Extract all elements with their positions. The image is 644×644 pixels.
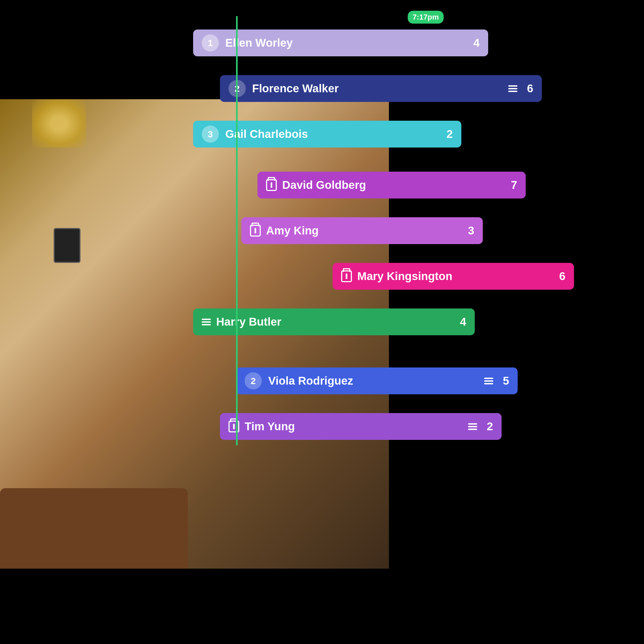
guest-count-7: 4 [460,315,466,328]
queue-item-3[interactable]: 3 Gail Charlebois 2 [193,121,461,148]
queue-item-4[interactable]: David Goldberg 7 [257,172,526,198]
queue-item-2[interactable]: 2 Florence Walker 6 [220,75,542,102]
guest-count-2: 6 [527,82,533,95]
guest-name-9: Tim Yung [245,420,468,433]
guest-name-7: Harry Butler [216,315,456,328]
list-icon-2 [508,85,517,92]
list-icon-8 [484,378,493,384]
position-badge-3: 3 [202,126,219,143]
list-icon-9 [468,423,477,430]
timeline-container: 7:17pm 1 Ellen Worley 4 2 Florence Walke… [193,11,628,30]
time-indicator: 7:17pm [408,11,444,24]
guest-count-8: 5 [503,374,509,387]
luggage-icon-9 [229,421,239,432]
guest-name-3: Gail Charlebois [225,128,442,141]
queue-item-7[interactable]: Harry Butler 4 [193,308,475,335]
guest-name-2: Florence Walker [252,82,508,95]
guest-name-6: Mary Kingsington [357,270,555,283]
guest-count-9: 2 [487,420,493,433]
guest-count-3: 2 [447,128,453,141]
guest-name-4: David Goldberg [282,179,507,192]
position-badge-1: 1 [202,34,219,51]
position-badge-8: 2 [245,372,262,389]
luggage-icon-6 [341,270,352,282]
guest-count-1: 4 [473,36,480,49]
guest-name-8: Viola Rodriguez [268,374,484,387]
queue-item-5[interactable]: Amy King 3 [241,217,483,244]
current-time-badge: 7:17pm [408,11,444,24]
queue-item-6[interactable]: Mary Kingsington 6 [333,263,574,290]
guest-name-1: Ellen Worley [225,36,469,49]
timeline-line [236,16,238,445]
queue-item-9[interactable]: Tim Yung 2 [220,413,502,440]
guest-count-5: 3 [468,224,474,237]
list-icon-7 [202,319,211,325]
guest-name-5: Amy King [266,224,464,237]
guest-count-4: 7 [511,179,517,192]
queue-item-8[interactable]: 2 Viola Rodriguez 5 [236,367,518,394]
luggage-icon-5 [250,225,261,237]
guest-count-6: 6 [559,270,565,283]
luggage-icon-4 [266,179,277,191]
